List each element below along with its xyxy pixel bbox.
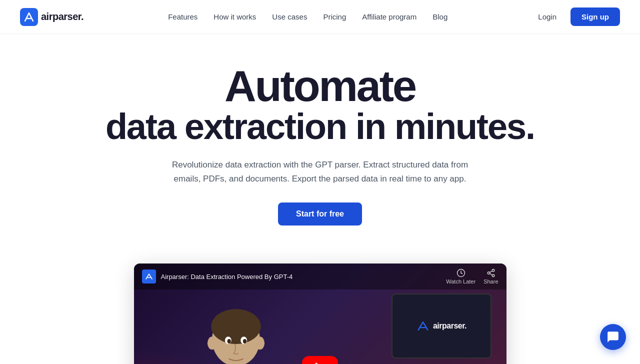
- svg-line-6: [490, 271, 492, 272]
- navbar: airparser. Features How it works Use cas…: [0, 0, 640, 34]
- nav-how-it-works[interactable]: How it works: [214, 12, 256, 21]
- svg-point-3: [488, 272, 490, 274]
- video-screen-logo-icon: [416, 319, 430, 333]
- svg-rect-0: [20, 8, 38, 26]
- video-title: Airparser: Data Extraction Powered By GP…: [161, 273, 446, 280]
- watch-later-label: Watch Later: [446, 278, 476, 284]
- watch-later-icon: [456, 268, 466, 278]
- video-person-area: [134, 284, 339, 364]
- nav-pricing[interactable]: Pricing: [323, 12, 346, 21]
- login-button[interactable]: Login: [532, 8, 562, 25]
- chat-icon: [606, 330, 620, 344]
- svg-line-5: [490, 274, 492, 276]
- svg-point-15: [256, 337, 264, 350]
- airparser-logo-icon: [144, 272, 154, 281]
- nav-features[interactable]: Features: [168, 12, 198, 21]
- nav-actions: Login Sign up: [532, 8, 620, 26]
- nav-use-cases[interactable]: Use cases: [272, 12, 307, 21]
- share-button[interactable]: Share: [484, 268, 498, 284]
- svg-point-13: [243, 339, 246, 344]
- person-silhouette: [151, 298, 321, 364]
- svg-point-8: [212, 310, 261, 344]
- hero-section: Automate data extraction in minutes. Rev…: [0, 34, 640, 246]
- svg-point-2: [492, 270, 494, 272]
- svg-point-12: [228, 339, 231, 344]
- logo-text: airparser.: [41, 11, 84, 22]
- signup-button[interactable]: Sign up: [570, 8, 620, 26]
- hero-title-main: Automate: [20, 64, 620, 108]
- svg-point-14: [208, 337, 216, 350]
- video-screen: airparser.: [392, 294, 492, 358]
- nav-blog[interactable]: Blog: [432, 12, 448, 21]
- share-label: Share: [484, 278, 498, 284]
- svg-point-4: [492, 274, 494, 277]
- video-screen-logo: airparser.: [416, 319, 466, 333]
- video-top-actions: Watch Later Share: [446, 268, 498, 284]
- svg-rect-9: [227, 362, 246, 364]
- video-thumbnail: Airparser: Data Extraction Powered By GP…: [134, 264, 506, 364]
- nav-affiliate[interactable]: Affiliate program: [362, 12, 416, 21]
- chat-bubble-button[interactable]: [600, 324, 626, 350]
- video-container: Airparser: Data Extraction Powered By GP…: [134, 264, 506, 364]
- hero-heading: Automate data extraction in minutes.: [20, 64, 620, 146]
- play-button[interactable]: [302, 356, 338, 364]
- video-screen-logo-text: airparser.: [433, 322, 466, 330]
- logo[interactable]: airparser.: [20, 8, 84, 26]
- share-icon: [486, 268, 496, 278]
- hero-title-sub: data extraction in minutes.: [20, 108, 620, 146]
- hero-description: Revolutionize data extraction with the G…: [165, 158, 475, 187]
- nav-links: Features How it works Use cases Pricing …: [168, 12, 448, 22]
- video-channel-logo: [142, 270, 156, 284]
- watch-later-button[interactable]: Watch Later: [446, 268, 476, 284]
- start-free-button[interactable]: Start for free: [278, 202, 362, 226]
- logo-icon: [20, 8, 38, 26]
